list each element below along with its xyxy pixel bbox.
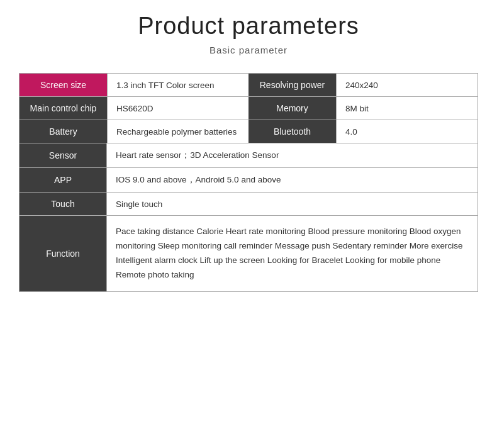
table-row: FunctionPace taking distance Calorie Hea… [19, 216, 478, 292]
cell-value: 4.0 [337, 120, 478, 143]
cell-label: Function [19, 216, 107, 292]
cell-label: Main control chip [19, 97, 107, 120]
cell-value: Rechargeable polymer batteries [107, 120, 248, 143]
cell-value: HS6620D [107, 97, 248, 120]
cell-label: Screen size [19, 73, 107, 97]
table-row: SensorHeart rate sensor；3D Acceleration … [19, 143, 478, 168]
table-row: Main control chipHS6620DMemory8M bit [19, 97, 478, 120]
left-half: BatteryRechargeable polymer batteries [19, 120, 248, 143]
cell-label: Battery [19, 120, 107, 143]
cell-label: Resolving power [248, 73, 337, 97]
left-half: Main control chipHS6620D [19, 97, 248, 120]
cell-label: Sensor [19, 143, 107, 168]
cell-label: Memory [248, 97, 337, 120]
params-table: Screen size1.3 inch TFT Color screenReso… [19, 73, 478, 292]
cell-label: Bluetooth [248, 120, 337, 143]
table-row: Screen size1.3 inch TFT Color screenReso… [19, 73, 478, 97]
cell-value: 240x240 [337, 73, 478, 97]
cell-value: Single touch [107, 193, 478, 216]
cell-label: APP [19, 168, 107, 193]
right-half: Bluetooth4.0 [248, 120, 478, 143]
table-row: BatteryRechargeable polymer batteriesBlu… [19, 120, 478, 143]
right-half: Memory8M bit [248, 97, 478, 120]
left-half: Screen size1.3 inch TFT Color screen [19, 73, 248, 97]
cell-value: 8M bit [337, 97, 478, 120]
cell-value: 1.3 inch TFT Color screen [107, 73, 248, 97]
cell-value: Pace taking distance Calorie Heart rate … [107, 216, 478, 292]
table-row: APPIOS 9.0 and above，Android 5.0 and abo… [19, 168, 478, 193]
cell-value: IOS 9.0 and above，Android 5.0 and above [107, 168, 478, 193]
cell-value: Heart rate sensor；3D Acceleration Sensor [107, 143, 478, 168]
table-row: TouchSingle touch [19, 193, 478, 216]
right-half: Resolving power240x240 [248, 73, 478, 97]
page-container: Product parameters Basic parameter Scree… [19, 13, 478, 292]
page-subtitle: Basic parameter [19, 45, 478, 55]
cell-label: Touch [19, 193, 107, 216]
page-title: Product parameters [19, 13, 478, 40]
